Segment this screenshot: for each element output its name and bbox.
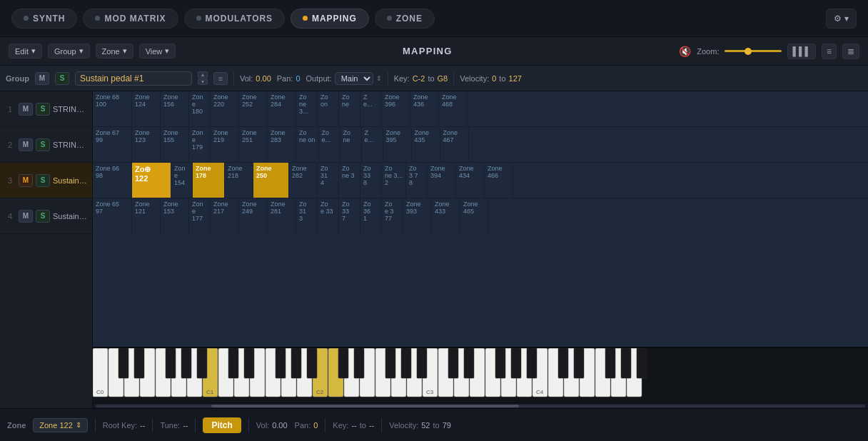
zone-cell[interactable]: Zone on (296, 127, 319, 162)
zone-cell[interactable]: Zone252 (239, 91, 268, 126)
nav-modulators[interactable]: MODULATORS (184, 9, 286, 29)
edit-menu[interactable]: Edit ▾ (9, 44, 42, 59)
zone-menu[interactable]: Zone ▾ (96, 44, 133, 59)
group-row-2[interactable]: 2 M S STRINGS SUS mf (0, 127, 92, 163)
zone-cell[interactable]: Zoon (318, 91, 339, 126)
zone-cell[interactable]: Ze... (362, 127, 383, 162)
zone-cell[interactable]: Zone180 (189, 91, 211, 126)
zone-cell[interactable]: Zo338 (360, 163, 382, 198)
zone-cell[interactable]: Zone153 (161, 198, 189, 234)
group-3-solo[interactable]: S (36, 174, 50, 187)
vol-value[interactable]: 0.00 (256, 74, 271, 83)
piano-keys-container[interactable]: C0C1C2C3C4 (93, 348, 868, 398)
zone-cell[interactable]: Zone468 (439, 91, 468, 126)
zone-cell[interactable]: Zo3 78 (406, 163, 428, 198)
view-menu[interactable]: View ▾ (139, 44, 176, 59)
zone-cell[interactable]: Ze... (360, 91, 382, 126)
zone-cell[interactable]: Zone217 (211, 198, 239, 234)
zone-cell[interactable]: Zone218 (225, 163, 253, 198)
key-to[interactable]: G8 (438, 74, 448, 83)
zone-cell[interactable]: Zone466 (485, 163, 513, 198)
group-row-1[interactable]: 1 M S STRINGS SUS f (0, 91, 92, 127)
waveform-view-btn[interactable]: ▌▌▌ (787, 44, 816, 59)
zone-cell[interactable]: Zone 68100 (93, 91, 132, 126)
zone-cell[interactable]: Zone 6597 (93, 198, 132, 234)
output-select[interactable]: Main (335, 72, 373, 85)
nav-synth[interactable]: SYNTH (11, 9, 77, 29)
zone-cell[interactable]: Zone434 (456, 163, 485, 198)
zone-cell[interactable]: Zone154 (171, 163, 193, 198)
zone-cell[interactable]: Zo314 (318, 163, 339, 198)
zone-cell[interactable]: Zone467 (440, 127, 469, 162)
bottom-key-to[interactable]: -- (369, 421, 374, 430)
zone-cell[interactable]: Zone177 (189, 198, 211, 234)
bottom-key-from[interactable]: -- (351, 421, 356, 430)
velocity-from[interactable]: 0 (492, 74, 496, 83)
zone-cell[interactable]: Zone393 (403, 198, 432, 234)
bottom-velocity-from[interactable]: 52 (421, 421, 430, 430)
zone-cell[interactable]: Zoe 33 (318, 198, 339, 234)
zone-cell[interactable]: Zoe 377 (382, 198, 403, 234)
zone-cell-gold-2[interactable]: Zone250 (253, 163, 289, 198)
zone-cell[interactable]: Zone3... (296, 91, 318, 126)
zone-cell[interactable]: Zoe... (319, 127, 340, 162)
group-name-input[interactable] (75, 71, 192, 86)
zone-cell[interactable]: Zone 3...2 (382, 163, 406, 198)
zone-cell[interactable]: Zone155 (161, 127, 189, 162)
group-3-mute[interactable]: M (19, 174, 33, 187)
zone-cell[interactable]: Zone284 (268, 91, 296, 126)
zone-cell[interactable]: Zone 6799 (93, 127, 132, 162)
zone-cell[interactable]: Zone (340, 127, 362, 162)
zoom-slider[interactable] (725, 50, 782, 52)
zone-cell-active[interactable]: Zo⊕122 (132, 163, 171, 198)
zone-cell[interactable]: Zone123 (132, 127, 161, 162)
zone-cell[interactable]: Zone124 (132, 91, 161, 126)
solo-button[interactable]: S (55, 72, 69, 85)
zone-cell[interactable]: Zo313 (296, 198, 318, 234)
zone-cell[interactable]: Zone283 (268, 127, 296, 162)
zone-cell[interactable]: Zone282 (289, 163, 318, 198)
group-list-btn[interactable]: ≡ (213, 72, 228, 85)
zone-cell[interactable]: Zone251 (239, 127, 268, 162)
nav-mod-matrix[interactable]: MOD MATRIX (83, 9, 178, 29)
scrollbar-thumb[interactable] (211, 405, 519, 407)
horizontal-scrollbar[interactable] (93, 402, 868, 408)
pan-value[interactable]: 0 (296, 74, 300, 83)
group-next-arrow[interactable]: ▼ (198, 78, 208, 85)
bottom-pan-value[interactable]: 0 (313, 421, 318, 430)
zone-cell[interactable]: Zone121 (132, 198, 161, 234)
zone-cell[interactable]: Zone156 (161, 91, 189, 126)
key-from[interactable]: C-2 (413, 74, 425, 83)
group-2-mute[interactable]: M (19, 138, 33, 151)
nav-mapping[interactable]: MAPPING (291, 9, 369, 29)
group-1-mute[interactable]: M (19, 103, 33, 116)
zone-cell[interactable]: Zone 3 (339, 163, 360, 198)
velocity-to[interactable]: 127 (509, 74, 522, 83)
nav-zone[interactable]: ZONE (375, 9, 435, 29)
zone-cell-gold-1[interactable]: Zone178 (193, 163, 225, 198)
group-row-4[interactable]: 4 M S Sustain pedal #2 (0, 198, 92, 234)
list-view-btn[interactable]: ≡ (822, 44, 837, 59)
group-prev-arrow[interactable]: ▲ (198, 71, 208, 78)
zone-cell[interactable]: Zone395 (383, 127, 412, 162)
pitch-button[interactable]: Pitch (203, 417, 241, 433)
zone-cell[interactable]: Zone 6698 (93, 163, 132, 198)
settings-button[interactable]: ⚙ ▾ (826, 9, 857, 29)
group-4-mute[interactable]: M (19, 210, 33, 223)
zone-cell[interactable]: Zone465 (460, 198, 489, 234)
group-1-solo[interactable]: S (36, 103, 50, 116)
zone-cell[interactable]: Zone394 (428, 163, 456, 198)
bottom-velocity-to[interactable]: 79 (443, 421, 451, 430)
group-4-solo[interactable]: S (36, 210, 50, 223)
group-2-solo[interactable]: S (36, 138, 50, 151)
zone-cell[interactable]: Zo337 (339, 198, 360, 234)
zone-cell[interactable]: Zone281 (268, 198, 296, 234)
zone-cell[interactable]: Zone435 (412, 127, 440, 162)
zone-cell[interactable]: Zone (339, 91, 360, 126)
zone-cell[interactable]: Zone249 (239, 198, 268, 234)
group-menu[interactable]: Group ▾ (48, 44, 90, 59)
zone-cell[interactable]: Zone220 (211, 91, 239, 126)
group-row-3[interactable]: 3 M S Sustain pedal #1 (0, 163, 92, 198)
bottom-vol-value[interactable]: 0.00 (272, 421, 287, 430)
alt-view-btn[interactable]: ≣ (842, 44, 859, 59)
